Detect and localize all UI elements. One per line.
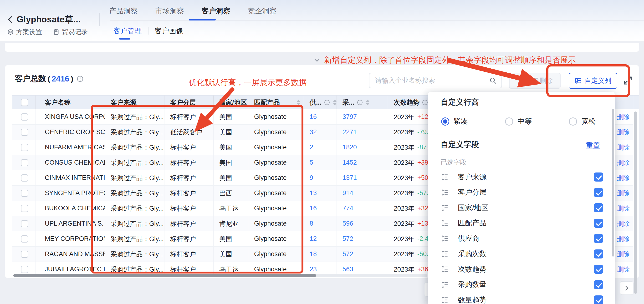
fullscreen-icon[interactable] [622,75,633,86]
trade-records-link[interactable]: 贸易记录 [53,28,88,36]
customer-name[interactable]: SYNGENTA PROTEC [45,190,105,197]
search-icon[interactable] [489,77,497,84]
field-checkbox[interactable] [594,265,603,274]
tab-competitor-insight[interactable]: 竞企洞察 [248,6,276,16]
row-height-option-compact[interactable]: 紧凑 [441,116,505,126]
delete-link[interactable]: 删除 [617,143,630,152]
row-checkbox[interactable] [21,251,28,258]
field-checkbox[interactable] [594,296,603,304]
tab-customer-insight[interactable]: 客户洞察 [202,6,230,16]
supplier-count[interactable]: 32 [310,128,317,136]
info-icon[interactable] [422,99,428,106]
delete-link[interactable]: 删除 [617,250,630,258]
pagination-next-button[interactable] [620,281,634,295]
row-height-option-loose[interactable]: 宽松 [569,116,596,126]
customer-name[interactable]: UPL ARGENTINA S. [45,220,104,227]
drag-order-icon[interactable] [441,189,448,196]
purchase-count[interactable]: 774 [342,205,353,212]
drag-order-icon[interactable] [441,173,448,181]
drag-order-icon[interactable] [441,296,448,304]
field-checkbox[interactable] [594,219,603,228]
purchase-count[interactable]: 914 [342,190,353,197]
drag-order-icon[interactable] [441,250,448,258]
row-height-option-medium[interactable]: 中等 [505,116,569,126]
info-icon[interactable] [76,75,84,82]
customer-name[interactable]: MEY CORPORATION [45,235,105,242]
supplier-count[interactable]: 16 [310,113,317,120]
row-checkbox[interactable] [21,114,28,120]
reset-link[interactable]: 重置 [586,141,600,150]
field-checkbox[interactable] [594,280,603,289]
purchase-count[interactable]: 1820 [342,144,357,151]
delete-link[interactable]: 删除 [617,189,630,198]
purchase-count[interactable]: 563 [342,266,353,273]
custom-columns-button[interactable]: 自定义列 [569,73,617,89]
sort-control[interactable] [296,100,300,105]
row-checkbox[interactable] [21,220,28,227]
field-checkbox[interactable] [594,250,603,258]
drag-order-icon[interactable] [441,266,448,273]
supplier-count[interactable]: 2 [310,144,313,151]
sort-control[interactable] [333,100,337,105]
info-icon[interactable] [324,99,330,106]
row-checkbox[interactable] [21,174,28,182]
row-checkbox[interactable] [21,144,28,151]
supplier-count[interactable]: 8 [310,220,313,227]
delete-link[interactable]: 删除 [617,128,630,136]
supplier-count[interactable]: 18 [310,250,317,258]
customer-name[interactable]: NUFARM AMERICAS, [45,144,105,151]
batch-delete-button[interactable]: 批量删除 [509,73,560,89]
delete-link[interactable]: 删除 [617,265,630,274]
row-checkbox[interactable] [21,129,28,136]
purchase-count[interactable]: 596 [342,220,353,227]
supplier-count[interactable]: 23 [310,266,317,273]
purchase-count[interactable]: 1371 [342,174,357,182]
info-icon[interactable] [357,99,363,106]
purchase-count[interactable]: 572 [342,235,353,242]
chevron-down-icon[interactable] [314,57,320,64]
delete-link[interactable]: 删除 [617,158,630,167]
customer-name[interactable]: XINGFA USA CORPO [45,113,105,120]
supplier-count[interactable]: 12 [310,235,317,242]
field-checkbox[interactable] [594,188,603,197]
select-all-checkbox[interactable] [21,99,28,106]
panel-scrollbar-thumb[interactable] [612,109,614,256]
drag-order-icon[interactable] [441,204,448,212]
drag-order-icon[interactable] [441,220,448,227]
supplier-count[interactable]: 16 [310,205,317,212]
supplier-count[interactable]: 13 [310,190,317,197]
vertical-scrollbar-thumb[interactable] [634,112,637,294]
customer-name[interactable]: RAGAN AND MASSE [45,250,105,258]
drag-order-icon[interactable] [441,281,448,288]
customer-name[interactable]: CINMAX INTERNATIO [45,174,105,182]
purchase-count[interactable]: 2271 [342,128,357,136]
delete-link[interactable]: 删除 [617,174,630,182]
customer-name[interactable]: BUKOOLA CHEMICA [45,205,105,212]
sort-control[interactable] [366,100,370,105]
row-checkbox[interactable] [21,190,28,197]
purchase-count[interactable]: 3797 [342,113,357,120]
drag-order-icon[interactable] [441,235,448,242]
customer-name[interactable]: JUBAILI AGROTEC LI [45,266,105,273]
field-checkbox[interactable] [594,203,603,212]
field-checkbox[interactable] [594,234,603,243]
row-checkbox[interactable] [21,236,28,242]
delete-link[interactable]: 删除 [617,204,630,213]
field-checkbox[interactable] [594,172,603,182]
company-search-input[interactable]: 请输入企业名称搜索 [369,73,502,88]
scheme-settings-link[interactable]: 方案设置 [7,28,42,36]
purchase-count[interactable]: 572 [342,250,353,258]
purchase-count[interactable]: 1452 [342,159,357,166]
tab-market-insight[interactable]: 市场洞察 [156,6,184,16]
supplier-count[interactable]: 5 [310,159,313,166]
subtab-customer-profile[interactable]: 客户画像 [155,26,183,36]
subtab-customer-management[interactable]: 客户管理 [113,26,142,36]
tab-product-insight[interactable]: 产品洞察 [109,6,138,16]
supplier-count[interactable]: 9 [310,174,313,182]
customer-name[interactable]: CONSUS CHEMICAL [45,159,105,166]
row-checkbox[interactable] [21,266,28,273]
back-icon[interactable] [6,15,15,24]
delete-link[interactable]: 删除 [617,113,630,121]
row-checkbox[interactable] [21,159,28,166]
delete-link[interactable]: 删除 [617,220,630,228]
